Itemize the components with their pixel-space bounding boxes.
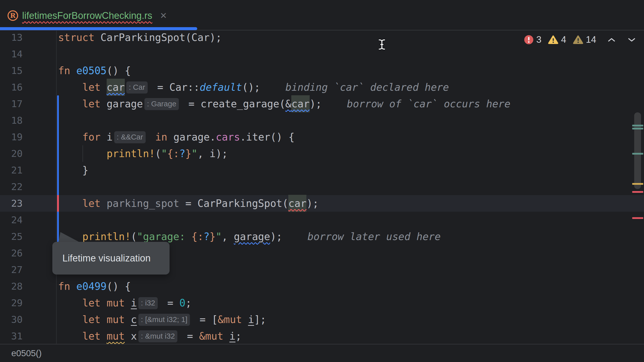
code-token: = create_garage( (182, 98, 285, 110)
line-number[interactable]: 29 (0, 295, 23, 311)
code-token: e0499 (76, 281, 106, 292)
code-token: i (229, 330, 235, 342)
code-line[interactable]: 14 (0, 46, 644, 62)
code-token: , (222, 231, 234, 242)
editor-tab[interactable]: R lifetimesForBorrowChecking.rs ✕ (8, 6, 167, 26)
code-token: ); (306, 198, 318, 209)
scrollbar-thumb[interactable] (634, 112, 641, 189)
rust-file-icon: R (8, 10, 18, 21)
code-text: let parking_spot = CarParkingSpot(car); (58, 195, 319, 212)
code-token (70, 281, 76, 292)
line-number[interactable]: 21 (0, 162, 23, 178)
code-line[interactable]: 18 (0, 112, 644, 129)
tab-close-icon[interactable]: ✕ (160, 11, 167, 21)
line-number[interactable]: 28 (0, 278, 23, 295)
line-number[interactable]: 13 (0, 29, 23, 46)
inline-error-annotation: borrow of `car` occurs here (347, 98, 510, 110)
code-token: cars (216, 131, 240, 143)
line-number[interactable]: 16 (0, 79, 23, 96)
code-line[interactable]: 23 let parking_spot = CarParkingSpot(car… (0, 195, 644, 212)
line-number[interactable]: 15 (0, 62, 23, 79)
tab-title: lifetimesForBorrowChecking.rs (22, 10, 152, 21)
line-number[interactable]: 17 (0, 96, 23, 112)
breadcrumb[interactable]: e0505() (11, 348, 42, 358)
line-number[interactable]: 23 (0, 195, 23, 212)
stripe-mark-yellow[interactable] (632, 183, 643, 185)
tab-bar: R lifetimesForBorrowChecking.rs ✕ (0, 0, 644, 30)
code-token: ]; (254, 314, 266, 325)
code-token: car (288, 195, 306, 212)
code-token: c (131, 314, 137, 325)
line-number[interactable]: 24 (0, 212, 23, 228)
code-token: fn (58, 65, 70, 76)
code-line[interactable]: 16 let car: Car = Car::default();binding… (0, 79, 644, 96)
code-token (125, 314, 131, 325)
code-token (70, 65, 76, 76)
code-token: let mut (82, 314, 125, 325)
code-token: () { (107, 281, 131, 292)
line-number[interactable]: 19 (0, 129, 23, 145)
code-token: i (248, 314, 254, 325)
code-line[interactable]: 20 println!("{:?}", i); (0, 145, 644, 162)
code-token: for (82, 131, 100, 143)
code-token: let (82, 81, 100, 93)
code-token: } (58, 164, 88, 176)
code-line[interactable]: 30 let mut c: [&mut i32; 1] = [&mut i]; (0, 311, 644, 328)
code-line[interactable]: 21 } (0, 162, 644, 178)
inline-error-annotation: binding `car` declared here (285, 81, 449, 93)
stripe-mark-teal[interactable] (632, 128, 643, 129)
line-number[interactable]: 31 (0, 328, 23, 344)
code-token: fn (58, 281, 70, 292)
line-number[interactable]: 30 (0, 311, 23, 328)
code-text: fn e0505() { (58, 62, 131, 79)
code-token: &mut (218, 314, 242, 325)
type-hint-inlay[interactable]: : [&mut i32; 1] (138, 314, 190, 326)
code-line[interactable]: 24 (0, 212, 644, 228)
code-token: e0505 (76, 65, 106, 76)
code-token: car (291, 95, 309, 112)
type-hint-inlay[interactable]: : i32 (138, 297, 158, 309)
code-token (58, 330, 82, 342)
code-line[interactable]: 19 for i: &&Car in garage.cars.iter() { (0, 129, 644, 145)
line-number[interactable]: 20 (0, 145, 23, 162)
code-token: let (82, 98, 100, 110)
code-line[interactable]: 17 let garage: Garage = create_garage(&c… (0, 96, 644, 112)
code-token: ? (179, 148, 185, 159)
code-token (58, 148, 107, 159)
code-token: i (131, 297, 137, 309)
stripe-mark-teal[interactable] (632, 153, 643, 155)
code-line[interactable]: 29 let mut i: i32 = 0; (0, 295, 644, 311)
code-line[interactable]: 22 (0, 178, 644, 195)
stripe-mark-red[interactable] (632, 217, 643, 219)
code-token (58, 81, 82, 93)
code-line[interactable]: 31 let mut x: &mut i32 = &mut i; (0, 328, 644, 344)
code-line[interactable]: 13struct CarParkingSpot(Car); (0, 29, 644, 46)
code-line[interactable]: 15fn e0505() { (0, 62, 644, 79)
lifetime-tooltip: Lifetime visualization (52, 242, 170, 275)
stripe-mark-teal[interactable] (632, 125, 643, 126)
line-number[interactable]: 18 (0, 112, 23, 129)
stripe-mark-red[interactable] (632, 191, 643, 193)
code-token (58, 297, 82, 309)
type-hint-inlay[interactable]: : Car (126, 81, 148, 94)
line-number[interactable]: 25 (0, 228, 23, 245)
code-text: println!("{:?}", i); (58, 145, 228, 162)
type-hint-inlay[interactable]: : Garage (144, 98, 179, 110)
line-number[interactable]: 27 (0, 261, 23, 278)
code-token (242, 314, 248, 325)
line-number[interactable]: 14 (0, 46, 23, 62)
code-token: x (125, 330, 137, 342)
code-token: () { (107, 65, 131, 76)
code-editor[interactable]: 13struct CarParkingSpot(Car);1415fn e050… (0, 31, 644, 344)
code-text: } (58, 162, 88, 178)
type-hint-inlay[interactable]: : &mut i32 (138, 330, 177, 342)
code-line[interactable]: 28fn e0499() { (0, 278, 644, 295)
line-number[interactable]: 22 (0, 178, 23, 195)
tooltip-text: Lifetime visualization (62, 253, 151, 264)
code-token: "garage: (137, 231, 191, 242)
code-token: let (82, 330, 100, 342)
code-token: &mut (199, 330, 223, 342)
line-number[interactable]: 26 (0, 245, 23, 261)
code-token: } (210, 231, 216, 242)
type-hint-inlay[interactable]: : &&Car (114, 131, 146, 143)
